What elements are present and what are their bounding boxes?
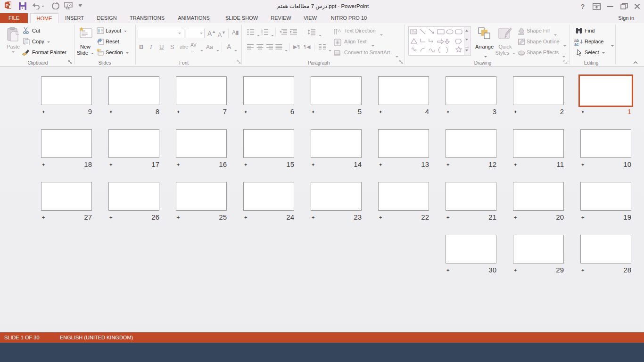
svg-text:3: 3 xyxy=(261,33,263,35)
svg-text:ac: ac xyxy=(574,42,579,46)
svg-text:A: A xyxy=(338,28,341,33)
